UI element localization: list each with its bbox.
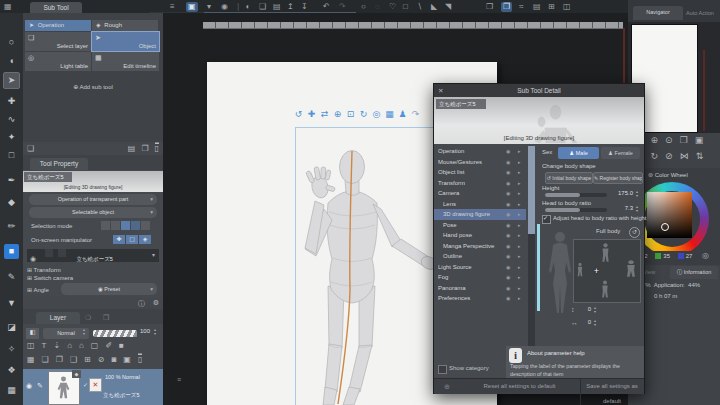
- tool-icon[interactable]: ✦: [4, 130, 19, 145]
- command-icon[interactable]: ∖: [417, 2, 422, 12]
- command-icon[interactable]: ↶: [323, 2, 330, 12]
- layer-command-icon[interactable]: ▦: [27, 355, 35, 364]
- angle-row[interactable]: ⊞ Angle: [27, 286, 49, 293]
- command-icon[interactable]: ▤: [533, 2, 541, 12]
- category-item[interactable]: Outline ◉ ▸: [434, 251, 526, 262]
- spinner-icons[interactable]: ▴▾: [594, 306, 596, 314]
- arrow-icon[interactable]: ▸: [518, 157, 521, 168]
- layer-command-icon[interactable]: ◙: [111, 355, 116, 364]
- subtool-footer-icon[interactable]: ❐: [141, 144, 148, 153]
- 3d-manipulator-icon[interactable]: ▦: [384, 109, 395, 120]
- layer-name[interactable]: 立ち絵ポーズ5: [103, 392, 139, 399]
- command-icon[interactable]: ❏: [259, 2, 266, 12]
- layer-setting-icon[interactable]: ◫: [27, 341, 35, 350]
- tool-icon[interactable]: ◆: [4, 195, 19, 210]
- eye-icon[interactable]: ◉: [506, 272, 510, 283]
- preset-dropdown[interactable]: ◉ Preset ▾: [61, 283, 157, 295]
- eye-icon[interactable]: ◉: [506, 146, 510, 157]
- arrow-icon[interactable]: ▸: [518, 220, 521, 231]
- dialog-scrollbar-thumb[interactable]: [528, 146, 535, 234]
- 3d-manipulator-icon[interactable]: ↺: [293, 109, 304, 120]
- command-icon[interactable]: ❐: [501, 2, 512, 12]
- height-value[interactable]: 175.0: [609, 190, 633, 196]
- plus-circle-icon[interactable]: ⊕: [444, 379, 450, 394]
- tool-icon[interactable]: ✚: [4, 94, 19, 109]
- layer-tab[interactable]: Layer: [36, 312, 80, 324]
- category-item[interactable]: Lens ◉ ▸: [434, 199, 526, 210]
- navigator-tab[interactable]: Navigator: [633, 6, 683, 20]
- layer-command-icon[interactable]: ❑: [70, 355, 77, 364]
- eye-icon[interactable]: ◉: [506, 293, 510, 304]
- expand-icon[interactable]: ⊞: [27, 267, 32, 273]
- layer-setting-icon[interactable]: ■: [119, 341, 124, 350]
- tool-icon[interactable]: ✒: [4, 173, 19, 188]
- command-icon[interactable]: ❒: [486, 2, 493, 12]
- manipulator-button[interactable]: ✚: [113, 235, 125, 244]
- color-set-icon[interactable]: ◎: [702, 251, 709, 260]
- ratio-slider[interactable]: [545, 208, 607, 212]
- selection-mode-button[interactable]: [131, 221, 140, 230]
- spinner-icons[interactable]: ▴▾: [83, 328, 85, 336]
- dialog-title-bar[interactable]: ✕ Sub Tool Detail: [434, 84, 644, 97]
- auto-action-tab[interactable]: Auto Action: [686, 7, 714, 20]
- category-item[interactable]: Fog ◉ ▸: [434, 272, 526, 283]
- eye-icon[interactable]: ◉: [506, 241, 510, 252]
- layer-setting-icon[interactable]: ▢: [91, 341, 99, 350]
- selection-mode-button[interactable]: [101, 221, 110, 230]
- sv-cursor[interactable]: [661, 223, 669, 231]
- tool-icon[interactable]: ✧: [4, 342, 19, 357]
- command-icon[interactable]: ○: [361, 2, 366, 12]
- opacity-slider[interactable]: [93, 330, 137, 337]
- command-icon[interactable]: ◖: [245, 2, 250, 12]
- 3d-manipulator-icon[interactable]: ◎: [371, 109, 382, 120]
- tool-property-tab[interactable]: Tool Property: [30, 158, 88, 170]
- eye-icon[interactable]: ◉: [506, 188, 510, 199]
- layer-extra-tab-icon[interactable]: ❍: [85, 314, 91, 322]
- reset-pad-icon[interactable]: ↺: [629, 227, 640, 238]
- category-item[interactable]: Preferences ◉ ▸: [434, 293, 526, 304]
- category-item[interactable]: Manga Perspective ◉ ▸: [434, 241, 526, 252]
- category-item[interactable]: Hand pose ◉ ▸: [434, 230, 526, 241]
- layer-thumbnail[interactable]: ◆: [48, 371, 80, 405]
- navigator-rotate-icon[interactable]: ⊘: [665, 151, 673, 161]
- arrow-icon[interactable]: ▸: [518, 262, 521, 273]
- command-icon[interactable]: ◌: [375, 2, 380, 12]
- ratio-value[interactable]: 7.3: [609, 205, 633, 211]
- category-item[interactable]: Operation ◉ ▸: [434, 146, 526, 157]
- information-tab[interactable]: ⓘ Information: [670, 266, 718, 279]
- arrow-icon[interactable]: ▸: [518, 230, 521, 241]
- arrow-icon[interactable]: ▸: [518, 209, 521, 220]
- chevron-down-icon[interactable]: ▾: [152, 249, 155, 262]
- command-icon[interactable]: ◥: [445, 2, 451, 12]
- 3d-manipulator-icon[interactable]: ↷: [410, 109, 421, 120]
- arrow-icon[interactable]: ▸: [518, 188, 521, 199]
- navigator-rotate-icon[interactable]: ⋈: [680, 151, 689, 161]
- blend-mode-dropdown[interactable]: Normal ▴▾: [43, 328, 89, 339]
- command-icon[interactable]: ▣: [186, 2, 198, 12]
- register-body-shape-button[interactable]: ✎ Register body shape: [593, 172, 643, 184]
- info-icon[interactable]: ⓘ: [138, 299, 145, 309]
- subtool-item[interactable]: ◎ Light table: [25, 52, 91, 71]
- spinner-icons[interactable]: ▴▾: [154, 328, 156, 336]
- tool-icon[interactable]: ✎: [4, 270, 19, 285]
- command-icon[interactable]: ↥: [287, 2, 294, 12]
- wrench-icon[interactable]: ⚙: [153, 299, 159, 307]
- female-button[interactable]: ♟ Female: [601, 147, 640, 159]
- tool-icon[interactable]: ◪: [4, 320, 19, 335]
- close-icon[interactable]: ✕: [438, 84, 443, 97]
- opacity-value[interactable]: 100: [140, 328, 150, 334]
- layer-command-icon[interactable]: ▣: [123, 355, 131, 364]
- subtool-footer-icon[interactable]: ▯: [155, 144, 159, 153]
- command-icon[interactable]: ↷: [339, 2, 346, 12]
- figure-height-slider[interactable]: [537, 224, 540, 311]
- 3d-manipulator-icon[interactable]: ✚: [306, 109, 317, 120]
- adjust-ratio-checkbox[interactable]: ✓: [542, 215, 551, 224]
- layer-extra-tab-icon[interactable]: ❒: [103, 314, 109, 322]
- command-icon[interactable]: ▾: [207, 2, 211, 12]
- combine-mode-button[interactable]: ◧: [26, 328, 39, 339]
- eye-icon[interactable]: ◉: [506, 283, 510, 294]
- eye-icon[interactable]: ◉: [506, 262, 510, 273]
- eye-icon[interactable]: ◉: [26, 382, 32, 390]
- eye-icon[interactable]: ◉: [506, 199, 510, 210]
- category-item[interactable]: Pose ◉ ▸: [434, 220, 526, 231]
